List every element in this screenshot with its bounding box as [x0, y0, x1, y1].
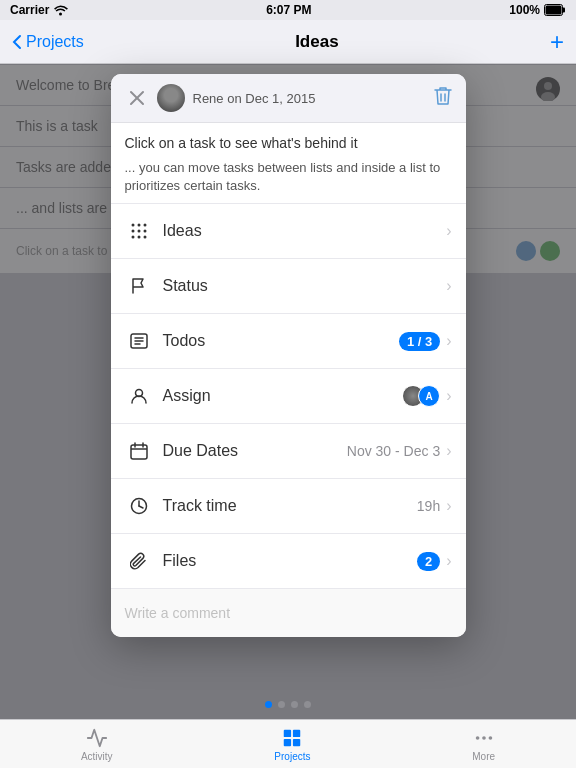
flag-icon: [125, 272, 153, 300]
projects-icon: [281, 727, 303, 749]
track-time-label: Track time: [163, 497, 417, 515]
tab-more-label: More: [472, 751, 495, 762]
back-chevron-icon: [12, 34, 22, 50]
battery-icon: [544, 4, 566, 16]
nav-title: Ideas: [295, 32, 338, 52]
svg-point-25: [143, 230, 146, 233]
menu-item-assign[interactable]: Assign A ›: [111, 369, 466, 424]
clock-icon: [125, 492, 153, 520]
svg-point-27: [137, 236, 140, 239]
modal-overlay: Rene on Dec 1, 2015 Click on a task to s…: [0, 64, 576, 719]
menu-item-files[interactable]: Files 2 ›: [111, 534, 466, 588]
svg-rect-12: [293, 738, 300, 745]
assign-chevron: ›: [446, 387, 451, 405]
svg-point-23: [131, 230, 134, 233]
modal-close-button[interactable]: [125, 86, 149, 110]
author-text: Rene on Dec 1, 2015: [193, 91, 316, 106]
assign-right: A ›: [402, 385, 451, 407]
files-badge: 2: [417, 552, 440, 571]
menu-list: Ideas › Status ›: [111, 204, 466, 588]
due-dates-value: Nov 30 - Dec 3: [347, 443, 440, 459]
status-right: 100%: [509, 3, 566, 17]
todos-chevron: ›: [446, 332, 451, 350]
files-label: Files: [163, 552, 417, 570]
svg-rect-10: [293, 729, 300, 736]
due-dates-chevron: ›: [446, 442, 451, 460]
status-right: ›: [446, 277, 451, 295]
track-time-value: 19h: [417, 498, 440, 514]
dot-2: [278, 701, 285, 708]
wifi-icon: [53, 4, 68, 16]
add-button[interactable]: +: [550, 28, 564, 56]
svg-point-22: [143, 224, 146, 227]
track-time-chevron: ›: [446, 497, 451, 515]
status-label: Status: [163, 277, 447, 295]
files-chevron: ›: [446, 552, 451, 570]
status-chevron: ›: [446, 277, 451, 295]
svg-point-0: [59, 13, 62, 16]
delete-button[interactable]: [434, 86, 452, 111]
svg-point-21: [137, 224, 140, 227]
tab-activity[interactable]: Activity: [81, 727, 113, 762]
tab-projects[interactable]: Projects: [274, 727, 310, 762]
assign-label: Assign: [163, 387, 403, 405]
back-button[interactable]: Projects: [12, 33, 84, 51]
due-dates-right: Nov 30 - Dec 3 ›: [347, 442, 452, 460]
grid-icon: [125, 217, 153, 245]
person-icon: [125, 382, 153, 410]
svg-rect-3: [545, 6, 561, 15]
battery-label: 100%: [509, 3, 540, 17]
modal-panel: Rene on Dec 1, 2015 Click on a task to s…: [111, 74, 466, 637]
tab-bar: Activity Projects More: [0, 719, 576, 768]
svg-point-26: [131, 236, 134, 239]
menu-item-todos[interactable]: Todos 1 / 3 ›: [111, 314, 466, 369]
status-left: Carrier: [10, 3, 68, 17]
paperclip-icon: [125, 547, 153, 575]
comment-input[interactable]: Write a comment: [125, 599, 452, 627]
svg-rect-2: [562, 8, 565, 13]
comment-section: Write a comment: [111, 588, 466, 637]
author-avatar: [157, 84, 185, 112]
ideas-right: ›: [446, 222, 451, 240]
trash-icon: [434, 86, 452, 106]
due-dates-label: Due Dates: [163, 442, 347, 460]
menu-item-ideas[interactable]: Ideas ›: [111, 204, 466, 259]
svg-point-15: [488, 736, 492, 740]
tab-activity-label: Activity: [81, 751, 113, 762]
status-bar: Carrier 6:07 PM 100%: [0, 0, 576, 20]
close-icon: [129, 90, 145, 106]
menu-item-track-time[interactable]: Track time 19h ›: [111, 479, 466, 534]
list-icon: [125, 327, 153, 355]
modal-header: Rene on Dec 1, 2015: [111, 74, 466, 123]
more-icon: [473, 727, 495, 749]
tab-more[interactable]: More: [472, 727, 495, 762]
todos-right: 1 / 3 ›: [399, 332, 452, 351]
carrier-label: Carrier: [10, 3, 49, 17]
tab-projects-label: Projects: [274, 751, 310, 762]
calendar-icon: [125, 437, 153, 465]
menu-item-status[interactable]: Status ›: [111, 259, 466, 314]
modal-author: Rene on Dec 1, 2015: [149, 84, 434, 112]
assign-avatars: A: [402, 385, 440, 407]
modal-note: ... you can move tasks between lists and…: [125, 159, 452, 195]
back-label: Projects: [26, 33, 84, 51]
svg-point-13: [475, 736, 479, 740]
page-dots: [265, 701, 311, 708]
nav-bar: Projects Ideas +: [0, 20, 576, 64]
svg-rect-11: [284, 738, 291, 745]
dot-1: [265, 701, 272, 708]
todos-label: Todos: [163, 332, 399, 350]
menu-item-due-dates[interactable]: Due Dates Nov 30 - Dec 3 ›: [111, 424, 466, 479]
status-time: 6:07 PM: [266, 3, 311, 17]
svg-line-40: [139, 506, 143, 508]
svg-point-20: [131, 224, 134, 227]
dot-4: [304, 701, 311, 708]
svg-rect-9: [284, 729, 291, 736]
activity-icon: [86, 727, 108, 749]
modal-description: Click on a task to see what's behind it: [125, 135, 452, 151]
avatar-image: [157, 84, 185, 112]
track-time-right: 19h ›: [417, 497, 452, 515]
svg-point-28: [143, 236, 146, 239]
files-right: 2 ›: [417, 552, 452, 571]
ideas-chevron: ›: [446, 222, 451, 240]
